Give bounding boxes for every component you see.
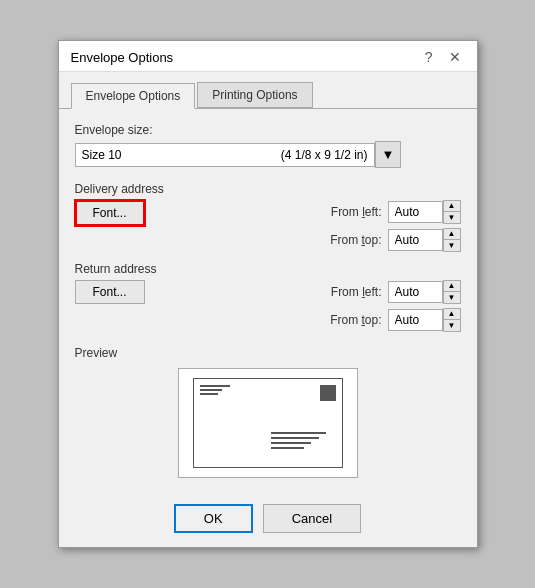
envelope-size-row: Size 10 (4 1/8 x 9 1/2 in) ▼ [75, 141, 461, 168]
dialog-title: Envelope Options [71, 50, 174, 65]
delivery-line-2 [271, 437, 319, 439]
tab-envelope-options[interactable]: Envelope Options [71, 83, 196, 109]
return-from-left-input-group: ▲ ▼ [388, 280, 461, 304]
envelope-delivery-lines [271, 432, 326, 449]
return-from-top-label: From top: [310, 313, 382, 327]
return-from-left-down[interactable]: ▼ [444, 292, 460, 303]
return-from-left-label: From left: [310, 285, 382, 299]
delivery-from-top-row: From top: ▲ ▼ [310, 228, 461, 252]
size-value: Size 10 [82, 148, 122, 162]
envelope-options-dialog: Envelope Options ? ✕ Envelope Options Pr… [58, 40, 478, 548]
delivery-line-4 [271, 447, 304, 449]
preview-section: Preview [75, 346, 461, 478]
return-from-left-up[interactable]: ▲ [444, 281, 460, 292]
return-from-left-spinner: ▲ ▼ [443, 280, 461, 304]
envelope-size-label: Envelope size: [75, 123, 461, 137]
envelope-stamp [320, 385, 336, 401]
title-actions: ? ✕ [421, 49, 465, 65]
return-from-left-input[interactable] [388, 281, 443, 303]
return-from-top-spinner: ▲ ▼ [443, 308, 461, 332]
envelope-size-select[interactable]: Size 10 (4 1/8 x 9 1/2 in) [75, 143, 375, 167]
delivery-from-fields: From left: ▲ ▼ From top: [310, 200, 461, 252]
delivery-font-button[interactable]: Font... [75, 200, 145, 226]
delivery-from-left-label: From left: [310, 205, 382, 219]
delivery-from-top-spinner: ▲ ▼ [443, 228, 461, 252]
delivery-from-top-input-group: ▲ ▼ [388, 228, 461, 252]
return-from-fields: From left: ▲ ▼ From top: [310, 280, 461, 332]
delivery-from-top-label: From top: [310, 233, 382, 247]
return-address-row: Font... From left: ▲ ▼ [75, 280, 461, 332]
delivery-address-section: Delivery address Font... From left: ▲ ▼ [75, 182, 461, 252]
title-bar: Envelope Options ? ✕ [59, 41, 477, 72]
return-line-1 [200, 385, 230, 387]
help-button[interactable]: ? [421, 49, 437, 65]
dialog-content: Envelope size: Size 10 (4 1/8 x 9 1/2 in… [59, 108, 477, 492]
tab-printing-options[interactable]: Printing Options [197, 82, 312, 108]
delivery-address-row: Font... From left: ▲ ▼ [75, 200, 461, 252]
delivery-from-left-row: From left: ▲ ▼ [310, 200, 461, 224]
delivery-from-top-input[interactable] [388, 229, 443, 251]
delivery-from-left-down[interactable]: ▼ [444, 212, 460, 223]
size-dimensions: (4 1/8 x 9 1/2 in) [281, 148, 368, 162]
return-from-top-row: From top: ▲ ▼ [310, 308, 461, 332]
tab-bar: Envelope Options Printing Options [59, 72, 477, 108]
delivery-from-top-up[interactable]: ▲ [444, 229, 460, 240]
preview-label: Preview [75, 346, 461, 360]
envelope-size-dropdown-arrow[interactable]: ▼ [375, 141, 402, 168]
envelope-return-lines [200, 385, 230, 395]
delivery-address-label: Delivery address [75, 182, 461, 196]
delivery-from-left-up[interactable]: ▲ [444, 201, 460, 212]
envelope-preview [193, 378, 343, 468]
cancel-button[interactable]: Cancel [263, 504, 361, 533]
ok-button[interactable]: OK [174, 504, 253, 533]
return-address-label: Return address [75, 262, 461, 276]
return-from-top-up[interactable]: ▲ [444, 309, 460, 320]
return-font-button[interactable]: Font... [75, 280, 145, 304]
delivery-line-1 [271, 432, 326, 434]
close-button[interactable]: ✕ [445, 49, 465, 65]
delivery-from-left-spinner: ▲ ▼ [443, 200, 461, 224]
delivery-line-3 [271, 442, 311, 444]
delivery-from-top-down[interactable]: ▼ [444, 240, 460, 251]
preview-box [178, 368, 358, 478]
return-from-top-down[interactable]: ▼ [444, 320, 460, 331]
return-address-section: Return address Font... From left: ▲ ▼ [75, 262, 461, 332]
return-line-2 [200, 389, 222, 391]
dialog-footer: OK Cancel [59, 492, 477, 547]
delivery-from-left-input[interactable] [388, 201, 443, 223]
delivery-from-left-input-group: ▲ ▼ [388, 200, 461, 224]
return-from-top-input[interactable] [388, 309, 443, 331]
return-line-3 [200, 393, 218, 395]
return-from-top-input-group: ▲ ▼ [388, 308, 461, 332]
return-from-left-row: From left: ▲ ▼ [310, 280, 461, 304]
